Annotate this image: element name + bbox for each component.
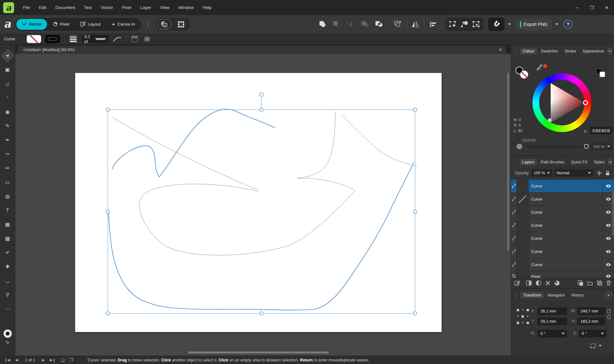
cycle-selection-box-button[interactable] [471,20,481,29]
menu-edit[interactable]: Edit [35,0,51,15]
layer-name[interactable]: Curve [529,236,602,241]
layer-row[interactable]: Curve [511,232,614,245]
layer-thumbnail[interactable] [516,193,529,206]
panel-drag-grip[interactable] [516,49,516,54]
pages-view-alt-button[interactable]: ❐ [67,358,76,362]
layer-name[interactable]: Curve [529,184,602,188]
toolbar-overflow-menu[interactable]: ⋮ [146,21,151,28]
fill-colour-swatch[interactable] [27,35,41,43]
tool-corner-button[interactable]: ◜ [2,93,13,103]
first-page-button[interactable]: ❙◀ [2,358,13,362]
layer-thumbnail[interactable] [516,271,529,278]
tool-vector-crop-button[interactable]: ▩ [2,233,13,243]
menu-vector[interactable]: Vector [96,0,117,15]
rotation-dropdown[interactable]: 0 ° [538,330,567,337]
transform-options[interactable] [590,343,602,348]
transform-panel-menu-button[interactable] [605,292,612,298]
selection-handles[interactable] [106,92,417,315]
hex-input[interactable]: EBEBEB [590,127,612,134]
close-button[interactable]: ✕ [599,0,614,15]
canvas-drawing[interactable] [15,54,511,356]
shade-marker[interactable] [548,118,552,122]
canvas-vertical-scrollbar[interactable] [507,73,509,251]
fill-stroke-selector[interactable] [4,329,12,338]
canvas-viewport[interactable] [15,54,511,356]
lock-icon[interactable] [605,170,610,176]
h-input[interactable]: 165,3 mm [578,318,605,325]
show-alignment-handles-button[interactable] [460,20,469,29]
document-tab[interactable]: <Untitled> [Modified] (60.6%) ✕ [17,46,506,54]
colour-panel-menu-button[interactable] [608,48,612,54]
menu-file[interactable]: File [19,0,35,15]
layer-row[interactable]: Curve [511,206,614,219]
layer-row[interactable]: Curve [511,179,614,193]
opacity-value-dropdown[interactable]: 100 % [590,143,612,150]
persona-vector-button[interactable]: Vector [16,19,47,30]
layer-name[interactable]: Curve [529,210,602,215]
persona-pixel-button[interactable]: Pixel [48,19,74,30]
document-tab-close-icon[interactable]: ✕ [499,47,502,52]
grid-view-button[interactable] [174,19,188,29]
layer-name[interactable]: Curve [529,262,602,267]
panel-drag-grip[interactable] [516,160,516,165]
tab-styles[interactable]: Styles [591,159,607,165]
enable-transform-origin-button[interactable] [448,20,458,29]
layer-visibility-eye-icon[interactable] [602,245,614,258]
tool-colour-picker-button[interactable]: ✐ [2,248,13,257]
menu-pixel[interactable]: Pixel [118,0,136,15]
tool-more-button[interactable]: ⋯ [2,304,13,314]
primary-colour-square[interactable] [600,72,605,77]
hue-marker[interactable] [583,100,588,105]
swap-fill-stroke-icon[interactable]: ↻ [6,340,10,345]
layer-row[interactable]: Pixel [511,271,614,278]
flip-button[interactable] [411,20,420,29]
boolean-add-button[interactable] [318,20,327,29]
menu-window[interactable]: Window [174,0,198,15]
previous-page-button[interactable]: ◀ [13,358,20,362]
blend-mode-dropdown[interactable]: Normal [554,169,593,177]
layer-thumbnail[interactable] [516,206,529,219]
panel-drag-grip[interactable] [516,293,517,298]
add-pixel-layer-icon[interactable] [578,280,583,286]
persona-canva-ai-button[interactable]: ✦ Canva AI [106,19,140,30]
tab-quick-fx[interactable]: Quick FX [569,159,590,165]
boolean-subtract-button[interactable] [332,20,342,29]
layer-thumbnail[interactable] [516,219,529,232]
tool-paint-brush-button[interactable]: ✏ [2,163,13,173]
last-page-button[interactable]: ▶❙ [47,358,58,362]
picked-colour-dot[interactable] [543,64,547,68]
menu-view[interactable]: View [156,0,174,15]
persona-layout-button[interactable]: Layout [75,19,106,30]
unselected-curves[interactable] [112,112,417,255]
tool-view-hand-button[interactable]: ◡ [2,276,13,286]
menu-document[interactable]: Document [51,0,80,15]
layer-name[interactable]: Pixel [529,271,602,278]
layer-row[interactable]: Curve [511,258,614,271]
layer-name[interactable]: Curve [529,197,602,202]
tool-zoom-button[interactable]: ⚲ [2,290,13,300]
rotation-handle[interactable] [260,92,264,96]
fill-layer-icon[interactable] [554,280,560,286]
show-grid-button[interactable] [130,35,139,43]
layer-thumbnail[interactable] [516,179,529,193]
pages-view-button[interactable]: ❏ [58,358,67,362]
layer-visibility-eye-icon[interactable] [602,179,614,192]
mask-layer-icon[interactable] [526,280,532,286]
add-layer-icon[interactable] [597,280,602,286]
snapping-dropdown-chevron[interactable] [508,23,511,25]
insertion-order-button[interactable] [393,20,403,29]
w-input[interactable]: 248,7 mm [578,307,605,315]
layer-visibility-eye-icon[interactable] [602,271,614,278]
blend-options-gear-icon[interactable] [596,170,602,176]
tool-frame-text-button[interactable]: T [2,205,13,215]
tab-path-brushes[interactable]: Path Brushes [538,159,567,165]
opacity-slider-knob[interactable] [584,144,589,149]
tab-layers[interactable]: Layers [520,159,537,165]
add-group-icon[interactable] [587,281,593,286]
layer-name[interactable]: Curve [529,223,602,228]
layer-thumbnail[interactable] [516,232,529,245]
y-input[interactable]: 29,1 mm [538,318,567,325]
tool-vector-brush-button[interactable]: ✑ [2,149,13,159]
tab-stroke[interactable]: Stroke [562,48,579,54]
settings-gear-button[interactable] [143,35,152,43]
